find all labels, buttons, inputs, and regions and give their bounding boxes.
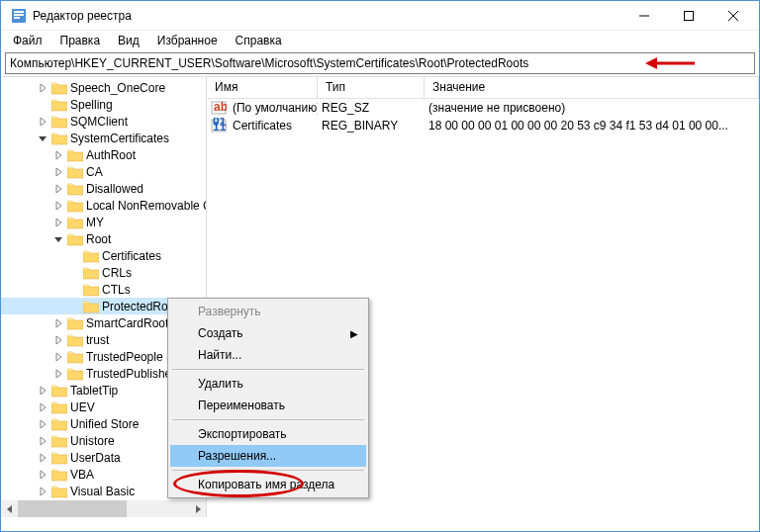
folder-icon (67, 165, 83, 179)
tree-item[interactable]: CTLs (1, 281, 206, 298)
tree-item-label: AuthRoot (86, 148, 136, 162)
tree-item-label: SystemCertificates (70, 132, 169, 145)
addressbar[interactable]: Компьютер\HKEY_CURRENT_USER\Software\Mic… (5, 52, 755, 74)
tree-item-label: UEV (70, 400, 95, 414)
tree-item[interactable]: SystemCertificates (1, 130, 206, 146)
tree-item-label: Root (86, 232, 111, 246)
folder-icon (83, 266, 99, 280)
folder-icon (83, 283, 99, 297)
tree-item-label: SQMClient (70, 115, 128, 129)
tree-item-label: Disallowed (86, 182, 143, 196)
expander-icon[interactable] (52, 200, 64, 212)
expander-icon[interactable] (52, 149, 64, 161)
folder-icon (83, 300, 99, 313)
expander-icon[interactable] (52, 233, 64, 245)
list-row[interactable]: ab(По умолчанию)REG_SZ(значение не присв… (207, 99, 759, 117)
expander-icon[interactable] (37, 469, 48, 481)
window-title: Редактор реестра (33, 9, 621, 23)
tree-item-label: Visual Basic (70, 485, 135, 498)
expander-icon[interactable] (37, 418, 48, 430)
expander-icon[interactable] (37, 116, 48, 128)
folder-icon (51, 81, 67, 95)
ctx-delete[interactable]: Удалить (170, 373, 366, 395)
tree-item[interactable]: Spelling (1, 96, 206, 113)
col-value-header[interactable]: Значение (425, 77, 759, 98)
expander-icon[interactable] (52, 351, 64, 363)
tree-item[interactable]: Local NonRemovable Ce (1, 197, 206, 214)
menu-help[interactable]: Справка (228, 32, 290, 49)
tree-item[interactable]: AuthRoot (1, 146, 206, 163)
chevron-right-icon: ▶ (350, 328, 358, 339)
ctx-expand: Развернуть (170, 301, 366, 322)
menu-favorites[interactable]: Избранное (149, 32, 226, 49)
tree-item[interactable]: Root (1, 230, 206, 247)
svg-marker-9 (645, 57, 657, 69)
tree-item-label: SmartCardRoot (86, 316, 168, 330)
expander-icon[interactable] (37, 435, 48, 447)
expander-icon[interactable] (52, 183, 64, 195)
expander-icon[interactable] (37, 133, 48, 144)
horizontal-scrollbar[interactable] (1, 500, 206, 517)
tree-item-label: Unified Store (70, 417, 139, 431)
ctx-find[interactable]: Найти... (170, 344, 366, 366)
value-name: Certificates (229, 119, 318, 133)
expander-icon[interactable] (52, 317, 64, 329)
ctx-copy-key-name[interactable]: Копировать имя раздела (170, 474, 366, 495)
svg-text:ab: ab (214, 100, 227, 114)
tree-item[interactable]: Disallowed (1, 180, 206, 197)
expander-icon[interactable] (52, 166, 64, 178)
menu-view[interactable]: Вид (110, 32, 147, 49)
tree-item-label: Speech_OneCore (70, 81, 165, 95)
minimize-button[interactable] (621, 2, 666, 30)
tree-item[interactable]: Certificates (1, 247, 206, 264)
expander-icon[interactable] (37, 82, 48, 94)
tree-item-label: VBA (70, 468, 94, 482)
folder-icon (67, 333, 83, 347)
expander-icon[interactable] (52, 217, 64, 228)
ctx-export[interactable]: Экспортировать (170, 423, 366, 445)
folder-icon (51, 400, 67, 414)
tree-item-label: MY (86, 216, 104, 229)
expander-icon (68, 267, 80, 279)
value-type: REG_SZ (318, 101, 425, 115)
list-row[interactable]: 011110CertificatesREG_BINARY18 00 00 00 … (207, 117, 759, 134)
value-name: (По умолчанию) (229, 101, 318, 115)
string-value-icon: ab (211, 100, 227, 116)
binary-value-icon: 011110 (211, 118, 227, 133)
ctx-rename[interactable]: Переименовать (170, 395, 366, 416)
ctx-new[interactable]: Создать▶ (170, 322, 366, 344)
expander-icon (68, 301, 80, 312)
folder-icon (67, 216, 83, 229)
expander-icon (68, 250, 80, 262)
titlebar: Редактор реестра (1, 1, 759, 31)
svg-rect-1 (14, 11, 24, 13)
maximize-button[interactable] (666, 2, 711, 30)
folder-icon (67, 182, 83, 196)
tree-item-label: Spelling (70, 98, 113, 112)
scrollbar-thumb[interactable] (18, 500, 127, 517)
folder-icon (51, 468, 67, 482)
expander-icon[interactable] (52, 334, 64, 346)
expander-icon[interactable] (52, 368, 64, 380)
tree-item[interactable]: MY (1, 214, 206, 230)
menu-edit[interactable]: Правка (52, 32, 109, 49)
expander-icon[interactable] (37, 401, 48, 413)
tree-item[interactable]: SQMClient (1, 113, 206, 130)
scroll-right-button[interactable] (189, 500, 206, 517)
col-name-header[interactable]: Имя (207, 77, 318, 98)
tree-item[interactable]: CA (1, 163, 206, 180)
expander-icon[interactable] (37, 486, 48, 497)
folder-icon (67, 148, 83, 162)
expander-icon[interactable] (37, 452, 48, 464)
col-type-header[interactable]: Тип (318, 77, 425, 98)
ctx-permissions[interactable]: Разрешения... (170, 445, 366, 467)
folder-icon (51, 115, 67, 129)
scroll-left-button[interactable] (1, 500, 18, 517)
expander-icon[interactable] (37, 385, 48, 397)
menu-file[interactable]: Файл (5, 32, 50, 49)
tree-item[interactable]: Speech_OneCore (1, 79, 206, 96)
folder-icon (51, 417, 67, 431)
close-button[interactable] (711, 2, 755, 30)
tree-item[interactable]: CRLs (1, 264, 206, 281)
folder-icon (51, 451, 67, 465)
